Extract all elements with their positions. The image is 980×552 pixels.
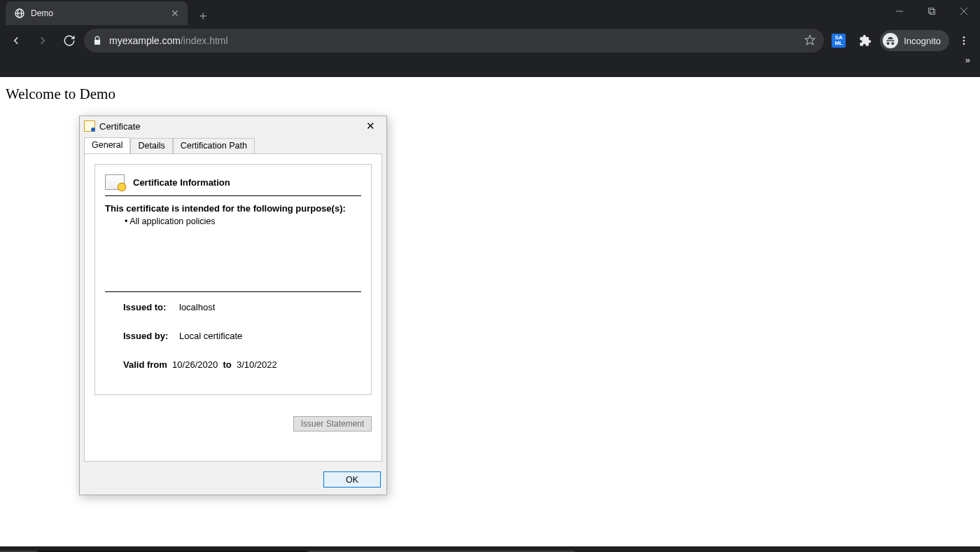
new-tab-button[interactable]: ＋ (193, 6, 213, 25)
window-controls (883, 0, 980, 22)
ok-button[interactable]: OK (323, 471, 381, 488)
issued-by-value: Local certificate (179, 331, 242, 341)
certificate-info-box: Certificate Information This certificate… (94, 164, 372, 395)
close-tab-icon[interactable]: ✕ (171, 8, 179, 19)
lock-icon[interactable] (92, 36, 102, 46)
incognito-icon (883, 33, 898, 48)
svg-rect-1 (929, 8, 934, 13)
tab-title: Demo (31, 8, 165, 18)
certificate-info-heading: Certificate Information (133, 177, 230, 188)
maximize-button[interactable] (916, 0, 948, 22)
issued-by-row: Issued by: Local certificate (123, 331, 361, 341)
dialog-tab-row: General Details Certification Path (80, 137, 386, 153)
bookmark-star-icon[interactable] (804, 34, 816, 48)
valid-from-label: Valid from (123, 359, 167, 370)
svg-point-9 (963, 36, 965, 39)
issued-by-label: Issued by: (123, 331, 178, 341)
forward-button[interactable] (31, 29, 55, 53)
tab-strip: Demo ✕ ＋ (0, 0, 980, 25)
svg-point-10 (963, 40, 965, 42)
purpose-item: • All application policies (105, 216, 361, 226)
minimize-button[interactable] (883, 0, 916, 22)
page-heading: Welcome to Demo (6, 85, 980, 103)
globe-icon (14, 8, 25, 19)
valid-to-value: 3/10/2022 (237, 359, 277, 370)
omnibox[interactable]: myexample.com/index.html (84, 29, 824, 53)
chrome-menu-button[interactable] (952, 29, 976, 53)
svg-rect-2 (930, 10, 935, 15)
tab-certification-path[interactable]: Certification Path (173, 138, 255, 154)
toolbar: myexample.com/index.html SA ML Incognito (0, 27, 980, 55)
issuer-statement-button: Issuer Statement (293, 416, 372, 432)
divider (105, 291, 361, 292)
tab-details[interactable]: Details (130, 138, 172, 154)
extensions-button[interactable] (853, 29, 877, 53)
certificate-icon (84, 120, 95, 132)
saml-extension-button[interactable]: SA ML (827, 29, 850, 53)
valid-from-row: Valid from 10/26/2020 to 3/10/2022 (123, 359, 361, 370)
incognito-indicator[interactable]: Incognito (880, 30, 949, 51)
back-button[interactable] (4, 29, 28, 53)
certificate-large-icon (105, 174, 125, 190)
dialog-close-button[interactable]: ✕ (358, 118, 382, 134)
issued-to-label: Issued to: (123, 302, 178, 312)
purpose-line: This certificate is intended for the fol… (105, 203, 361, 214)
dialog-title-text: Certificate (99, 121, 358, 132)
tab-demo[interactable]: Demo ✕ (6, 1, 188, 25)
dialog-footer: OK (80, 466, 386, 495)
tab-general[interactable]: General (84, 137, 130, 153)
taskbar-strip (0, 546, 980, 552)
dialog-titlebar[interactable]: Certificate ✕ (80, 116, 386, 136)
bookmark-overflow-button[interactable]: » (0, 55, 980, 76)
issued-to-row: Issued to: localhost (123, 302, 361, 312)
svg-point-11 (963, 43, 965, 45)
reload-button[interactable] (57, 29, 81, 53)
svg-marker-8 (806, 35, 815, 44)
valid-from-value: 10/26/2020 (172, 359, 218, 370)
valid-to-label: to (223, 359, 231, 370)
divider (105, 195, 361, 196)
issued-to-value: localhost (179, 302, 215, 312)
url-text: myexample.com/index.html (109, 35, 797, 46)
page-viewport: Welcome to Demo Certificate ✕ General De… (0, 77, 980, 546)
close-window-button[interactable] (948, 0, 980, 22)
tab-panel-general: Certificate Information This certificate… (84, 153, 382, 462)
certificate-dialog: Certificate ✕ General Details Certificat… (79, 116, 387, 495)
browser-chrome: Demo ✕ ＋ myexample.com/index.html SA ML (0, 0, 980, 77)
incognito-label: Incognito (904, 36, 941, 46)
